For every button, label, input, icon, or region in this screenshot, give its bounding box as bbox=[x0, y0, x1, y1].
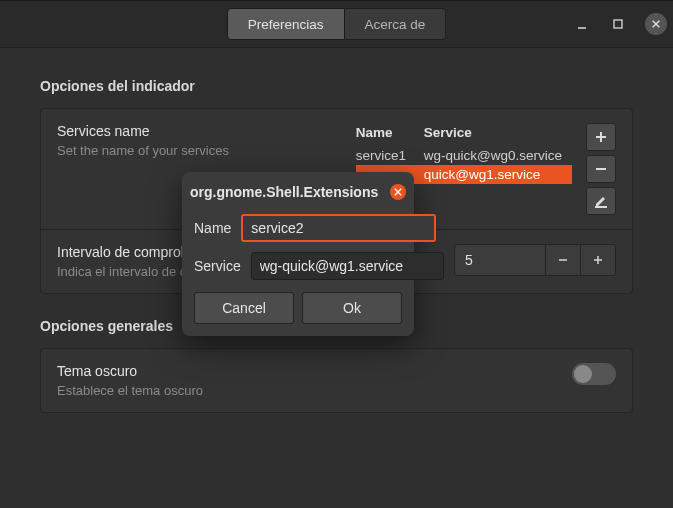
tab-preferencias[interactable]: Preferencias bbox=[227, 8, 345, 40]
edit-service-dialog: org.gnome.Shell.Extensions Name Service … bbox=[182, 172, 414, 336]
add-service-button[interactable] bbox=[586, 123, 616, 151]
remove-service-button[interactable] bbox=[586, 155, 616, 183]
dark-theme-title: Tema oscuro bbox=[57, 363, 560, 379]
services-row-subtitle: Set the name of your services bbox=[57, 143, 344, 158]
minimize-button[interactable] bbox=[573, 15, 591, 33]
dark-theme-row: Tema oscuro Establece el tema oscuro bbox=[41, 349, 632, 412]
cell-service: wg-quick@wg0.service bbox=[424, 146, 572, 165]
svg-rect-1 bbox=[614, 20, 622, 28]
interval-value[interactable]: 5 bbox=[455, 252, 545, 268]
dialog-name-label: Name bbox=[194, 220, 231, 236]
toggle-knob bbox=[574, 365, 592, 383]
preferences-window: Preferencias Acerca de Opciones del indi… bbox=[0, 0, 673, 508]
dialog-service-label: Service bbox=[194, 258, 241, 274]
cell-service: quick@wg1.service bbox=[424, 165, 551, 184]
dialog-close-button[interactable] bbox=[390, 184, 406, 200]
dialog-title: org.gnome.Shell.Extensions bbox=[190, 184, 378, 200]
services-row-title: Services name bbox=[57, 123, 344, 139]
close-button[interactable] bbox=[645, 13, 667, 35]
dialog-cancel-button[interactable]: Cancel bbox=[194, 292, 294, 324]
dialog-ok-button[interactable]: Ok bbox=[302, 292, 402, 324]
table-row[interactable]: service1 wg-quick@wg0.service bbox=[356, 146, 572, 165]
header-tabs: Preferencias Acerca de bbox=[227, 8, 447, 40]
interval-decrement[interactable] bbox=[545, 245, 580, 275]
dark-theme-subtitle: Establece el tema oscuro bbox=[57, 383, 560, 398]
edit-service-button[interactable] bbox=[586, 187, 616, 215]
dialog-service-input[interactable] bbox=[251, 252, 444, 280]
dialog-name-input[interactable] bbox=[241, 214, 436, 242]
interval-spin: 5 bbox=[454, 244, 616, 276]
services-col-name: Name bbox=[356, 123, 424, 146]
interval-increment[interactable] bbox=[580, 245, 615, 275]
cell-name: service1 bbox=[356, 146, 424, 165]
services-col-service: Service bbox=[424, 123, 482, 146]
tab-acerca-de[interactable]: Acerca de bbox=[345, 8, 447, 40]
maximize-button[interactable] bbox=[609, 15, 627, 33]
header-bar: Preferencias Acerca de bbox=[0, 1, 673, 48]
general-panel: Tema oscuro Establece el tema oscuro bbox=[40, 348, 633, 413]
indicator-section-title: Opciones del indicador bbox=[40, 78, 633, 94]
dark-theme-toggle[interactable] bbox=[572, 363, 616, 385]
